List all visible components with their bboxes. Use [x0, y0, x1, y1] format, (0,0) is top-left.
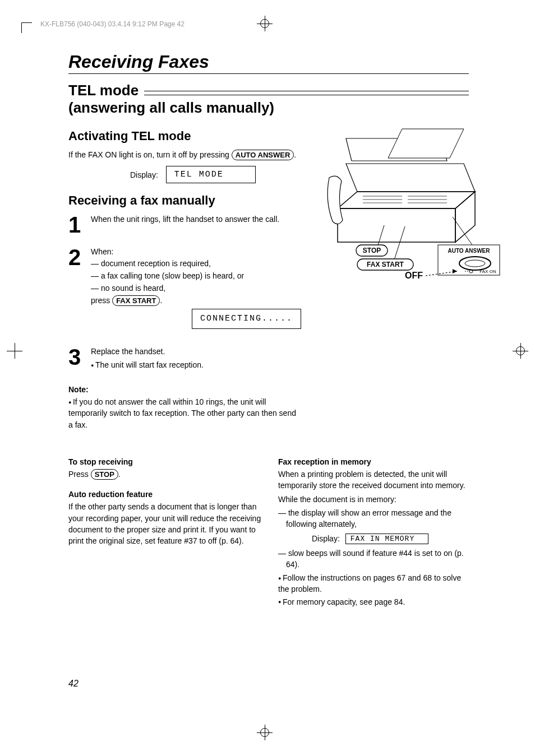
fig-faxstart-label: FAX START [367, 261, 404, 268]
note-body: If you do not answer the call within 10 … [68, 396, 301, 430]
crop-mark-bottom [257, 725, 273, 740]
svg-line-13 [394, 226, 405, 262]
activating-text: If the FAX ON light is on, turn it off b… [68, 149, 301, 160]
stop-press-frag: Press [68, 470, 91, 479]
step-number-1: 1 [68, 214, 91, 236]
step-3-b: The unit will start fax reception. [91, 359, 301, 370]
memory-p2: While the document is in memory: [278, 494, 469, 505]
display-label-2: Display: [312, 534, 340, 543]
step-1-body: When the unit rings, lift the handset to… [91, 214, 301, 236]
crop-mark-right [513, 343, 528, 359]
step-number-2: 2 [68, 246, 91, 335]
rule [68, 73, 469, 74]
page-number: 42 [68, 679, 79, 689]
display-label-1: Display: [130, 170, 158, 179]
fax-machine-illustration: STOP FAX START AUTO ANSWER [318, 124, 503, 287]
step-2-a: document reception is required, [99, 258, 301, 269]
section-title: Receiving Faxes [68, 52, 469, 72]
step-2-press: press [91, 296, 112, 305]
memory-d2: slow beeps will sound if feature #44 is … [286, 548, 469, 571]
memory-b1: Follow the instructions on pages 67 and … [278, 572, 469, 595]
print-slug: KX-FLB756 (040-043) 03.4.14 9:12 PM Page… [40, 20, 185, 28]
mode-heading-line2: (answering all calls manually) [68, 99, 469, 117]
step-2-lead: When: [91, 247, 113, 256]
step-2-b: a fax calling tone (slow beep) is heard,… [99, 270, 301, 281]
memory-d1: the display will show an error message a… [286, 507, 469, 530]
memory-p1: When a printing problem is detected, the… [278, 469, 469, 491]
activating-heading: Activating TEL mode [68, 129, 301, 143]
svg-rect-0 [338, 208, 455, 242]
crop-mark-top [257, 16, 273, 31]
svg-marker-1 [338, 192, 475, 208]
svg-marker-3 [346, 164, 475, 192]
receiving-heading: Receiving a fax manually [68, 193, 301, 208]
stop-receiving-body: Press STOP. [68, 469, 261, 480]
fig-stop-label: STOP [363, 247, 381, 254]
lcd-fax-in-memory: FAX IN MEMORY [345, 534, 428, 544]
fax-start-button: FAX START [112, 295, 160, 306]
step-3-a: Replace the handset. [91, 347, 165, 356]
memory-b2: For memory capacity, see page 84. [278, 596, 469, 607]
memory-heading: Fax reception in memory [278, 457, 469, 466]
stop-button: STOP [91, 469, 118, 480]
fig-off-label: OFF [405, 271, 423, 280]
lcd-tel-mode: TEL MODE [166, 166, 256, 183]
auto-reduction-heading: Auto reduction feature [68, 490, 261, 499]
heading-rule [144, 91, 469, 95]
crop-mark-left [7, 343, 22, 359]
fig-faxon-label: FAX ON [479, 269, 496, 274]
crop-mark-tl [21, 22, 32, 33]
stop-receiving-heading: To stop receiving [68, 457, 261, 466]
auto-reduction-body: If the other party sends a document that… [68, 501, 261, 546]
note-heading: Note: [68, 385, 301, 394]
svg-marker-5 [388, 129, 464, 158]
step-number-3: 3 [68, 346, 91, 373]
lcd-connecting: CONNECTING..... [192, 309, 301, 329]
activating-text-frag: If the FAX ON light is on, turn it off b… [68, 150, 232, 159]
step-2-c: no sound is heard, [99, 282, 301, 294]
mode-heading-line1: TEL mode [68, 82, 139, 99]
fig-autoanswer-label: AUTO ANSWER [448, 248, 491, 254]
auto-answer-button: AUTO ANSWER [232, 150, 294, 160]
